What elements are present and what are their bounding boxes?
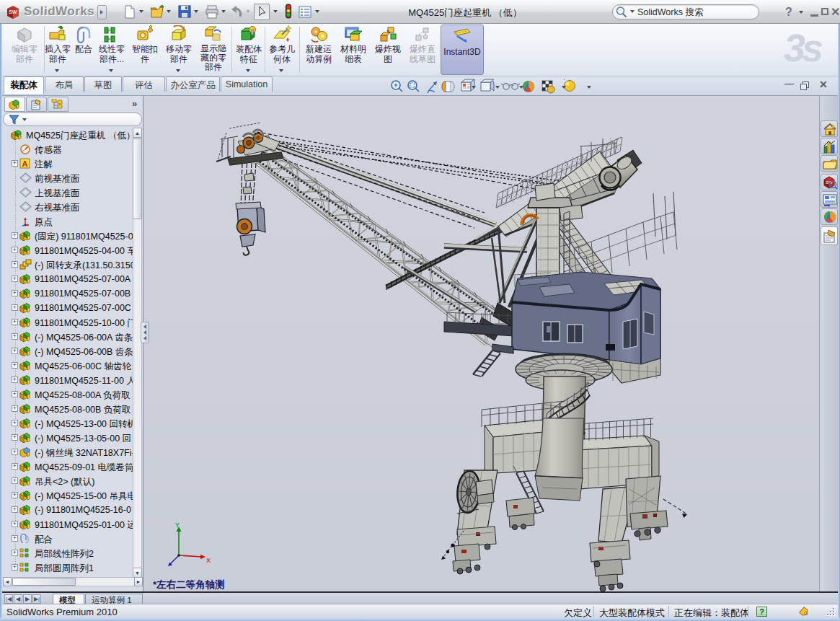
svg-text:*左右二等角轴测: *左右二等角轴测 (153, 579, 225, 590)
svg-text:SW: SW (9, 9, 17, 14)
svg-text:A: A (22, 159, 28, 168)
svg-text:Y: Y (175, 521, 180, 529)
svg-text:X: X (206, 557, 211, 564)
